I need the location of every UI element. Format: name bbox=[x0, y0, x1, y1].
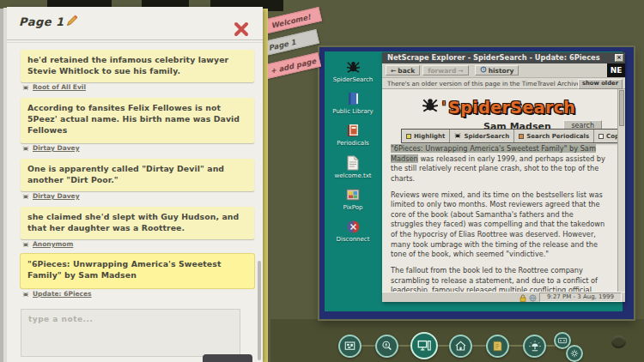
sticky-note[interactable]: One is apparently called "Dirtay Devil" … bbox=[21, 159, 254, 191]
spidersearch-logo: ' SpiderSearch bbox=[382, 96, 614, 118]
notebook-scrollbar-thumb[interactable] bbox=[258, 261, 261, 360]
desktop-icon-welcome-txt[interactable]: welcome.txt bbox=[328, 154, 378, 180]
taskbar-computer-button[interactable] bbox=[410, 332, 438, 359]
desktop-icon-public-library[interactable]: Public Library bbox=[328, 90, 378, 116]
spider-icon bbox=[22, 193, 29, 200]
note-source-link[interactable]: Dirtay Davey bbox=[22, 192, 80, 200]
copy-icon bbox=[598, 134, 604, 139]
home-icon bbox=[454, 340, 467, 353]
highlight-icon bbox=[406, 134, 411, 139]
desktop-icon-label: welcome.txt bbox=[328, 173, 378, 180]
content-scrollbar bbox=[617, 89, 625, 292]
browser-content: ' SpiderSearch × search Highlight Spider… bbox=[382, 89, 625, 292]
spider-icon bbox=[22, 84, 29, 91]
taskbar-evidence-board-button[interactable] bbox=[338, 335, 361, 358]
spider-icon bbox=[22, 291, 29, 298]
content-scrollbar-thumb[interactable] bbox=[619, 90, 624, 126]
photo-app-icon bbox=[328, 186, 378, 203]
desktop-icon-label: Disconnect bbox=[328, 237, 378, 244]
browser-close-button[interactable]: × bbox=[615, 54, 623, 62]
desktop-icon-periodicals[interactable]: Periodicals bbox=[328, 122, 378, 148]
note-input[interactable] bbox=[21, 309, 240, 357]
logo-apostrophe: ' bbox=[442, 100, 447, 115]
evidence-board-icon bbox=[343, 340, 356, 353]
desktop-icon-label: PixPop bbox=[328, 205, 378, 212]
add-note-button[interactable] bbox=[203, 354, 252, 362]
forward-arrow-icon: → bbox=[458, 67, 463, 75]
taskbar-notebook-button[interactable] bbox=[486, 335, 509, 358]
gear-icon bbox=[569, 348, 580, 359]
monitor-knob bbox=[611, 335, 626, 348]
selection-toolbar: Highlight SpiderSearch Search Periodical… bbox=[401, 129, 625, 143]
article-paragraph: The fallout from the book led to the Roo… bbox=[391, 266, 605, 292]
clock-datetime: 9:27 PM - 3 Aug, 1999 bbox=[539, 293, 622, 302]
notebook-icon bbox=[491, 340, 504, 353]
article-text: "6Pieces: Unwrapping America's Sweetest … bbox=[391, 144, 605, 292]
desktop-icon-label: Public Library bbox=[328, 109, 378, 116]
magazine-stack-icon bbox=[328, 122, 378, 139]
disconnect-icon bbox=[328, 218, 378, 235]
desktop-icon-pixpop[interactable]: PixPop bbox=[328, 186, 378, 212]
desktop-icon-spidersearch[interactable]: SpiderSearch bbox=[328, 58, 378, 84]
notebook-panel: Page 1 he'd retained the infamous celebr… bbox=[7, 7, 263, 362]
forward-button[interactable]: forward → bbox=[422, 65, 468, 75]
history-icon bbox=[480, 66, 487, 75]
book-icon bbox=[328, 90, 378, 107]
notebook-page-edge bbox=[263, 9, 268, 362]
text-file-icon bbox=[328, 154, 378, 172]
show-older-button[interactable]: show older bbox=[578, 79, 623, 89]
spidersearch-button[interactable]: SpiderSearch bbox=[450, 130, 514, 142]
spider-icon bbox=[328, 58, 378, 75]
timetravel-notice: There's an older version of this page in… bbox=[382, 78, 625, 89]
computer-icon bbox=[416, 338, 432, 353]
game-screen: SpiderSearch Public Library Periodicals … bbox=[0, 0, 644, 362]
sticky-note-highlighted[interactable]: "6Pieces: Unwrapping America's Sweetest … bbox=[21, 254, 254, 288]
back-button[interactable]: ← back bbox=[386, 65, 420, 75]
lock-icon bbox=[519, 289, 526, 305]
sticky-note[interactable]: she claimed she'd slept with Guy Hudson,… bbox=[21, 207, 254, 239]
browser-statusbar: 9:27 PM - 3 Aug, 1999 bbox=[382, 292, 625, 302]
browser-title: NetScrape Explorer - SpiderSearch - Upda… bbox=[387, 53, 600, 62]
note-source-link[interactable]: Dirtay Davey bbox=[22, 144, 80, 152]
search-periodicals-button[interactable]: Search Periodicals bbox=[514, 130, 594, 142]
desktop-icon-label: Periodicals bbox=[328, 141, 378, 148]
article-paragraph: "6Pieces: Unwrapping America's Sweetest … bbox=[391, 144, 605, 184]
note-source-link[interactable]: Root of All Evil bbox=[22, 83, 86, 91]
note-source-link[interactable]: Update: 6Pieces bbox=[22, 290, 92, 298]
notice-text: There's an older version of this page in… bbox=[387, 80, 582, 87]
taskbar-home-button[interactable] bbox=[449, 335, 472, 358]
close-notebook-button[interactable] bbox=[233, 21, 250, 38]
article-paragraph: Reviews were mixed, and its time on the … bbox=[391, 190, 605, 260]
taskbar-investigate-button[interactable] bbox=[375, 335, 398, 358]
sticky-note[interactable]: he'd retained the infamous celebrity law… bbox=[21, 50, 254, 82]
logo-text: SpiderSearch bbox=[448, 98, 575, 117]
highlight-button[interactable]: Highlight bbox=[402, 130, 450, 142]
spider-icon bbox=[454, 132, 461, 141]
notebook-spine-edge bbox=[3, 8, 7, 362]
notebook-page-title: Page 1 bbox=[19, 15, 64, 28]
spider-icon bbox=[22, 145, 29, 152]
browser-window: NetScrape Explorer - SpiderSearch - Upda… bbox=[382, 52, 625, 302]
periodicals-icon bbox=[519, 134, 524, 139]
spider-logo-icon bbox=[421, 96, 440, 118]
back-arrow-icon: ← bbox=[391, 67, 396, 75]
spider-icon bbox=[22, 241, 29, 248]
taskbar-lamp-button[interactable] bbox=[523, 335, 546, 358]
netscrape-logo: NE bbox=[607, 63, 625, 77]
globe-icon bbox=[529, 289, 537, 305]
desktop-icon-label: SpiderSearch bbox=[328, 77, 378, 84]
lamp-icon bbox=[528, 340, 542, 353]
sticky-note[interactable]: According to fansites Felix Fellowes is … bbox=[21, 98, 254, 143]
browser-toolbar: ← back forward → history NE bbox=[382, 63, 625, 78]
notebook-rule bbox=[7, 42, 263, 43]
history-button[interactable]: history bbox=[475, 65, 519, 75]
browser-titlebar[interactable]: NetScrape Explorer - SpiderSearch - Upda… bbox=[382, 52, 625, 63]
note-source-link[interactable]: Anonymom bbox=[22, 240, 73, 248]
taskbar-settings-button[interactable] bbox=[566, 345, 583, 362]
investigate-icon bbox=[380, 340, 393, 353]
notebook-header: Page 1 bbox=[7, 7, 263, 40]
tape-icon bbox=[557, 335, 568, 346]
desktop-icon-disconnect[interactable]: Disconnect bbox=[328, 218, 378, 244]
pencil-icon[interactable] bbox=[65, 14, 79, 31]
